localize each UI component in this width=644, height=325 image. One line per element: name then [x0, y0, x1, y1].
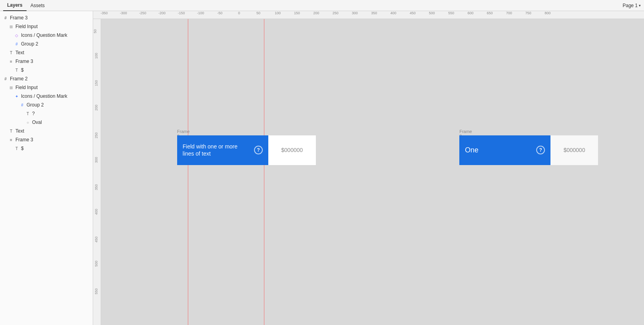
- frame-icon: #: [2, 76, 9, 82]
- question-mark-icon-2[interactable]: ?: [536, 146, 545, 154]
- layer-label: Frame 2: [10, 76, 90, 82]
- component-icon: ⊞: [8, 23, 14, 30]
- frame3-blue-field[interactable]: One ?: [459, 135, 550, 165]
- ruler-mark: 500: [429, 11, 435, 15]
- component-icon: ⊞: [8, 84, 14, 91]
- tab-layers[interactable]: Layers: [3, 0, 27, 11]
- tab-assets[interactable]: Assets: [27, 0, 49, 11]
- frame3-white-field[interactable]: $000000: [550, 135, 598, 165]
- ruler-mark: 800: [545, 11, 550, 15]
- ruler-mark: 50: [256, 11, 260, 15]
- layer-label: ?: [32, 111, 90, 116]
- layer-label: Field Input: [15, 85, 90, 90]
- layer-frame3-inner2[interactable]: ≡ Frame 3: [0, 135, 93, 144]
- ruler-mark: 400: [390, 11, 396, 15]
- text-icon: T: [13, 67, 20, 73]
- layer-group2-1[interactable]: # Group 2: [0, 40, 93, 48]
- layer-group2-2[interactable]: # Group 2: [0, 101, 93, 109]
- main-layout: # Frame 3 ⊞ Field Input ◇ Icons / Questi…: [0, 11, 644, 325]
- frame-icon: ≡: [8, 58, 14, 65]
- canvas[interactable]: Frame 2 Field with one or more lines of …: [101, 19, 644, 325]
- ruler-mark: 200: [313, 11, 319, 15]
- ruler-mark: 600: [468, 11, 474, 15]
- layer-label: Text: [15, 128, 90, 134]
- frame3-field-value: $000000: [564, 147, 585, 153]
- ruler-top: -350 -300 -250 -200 -150 -100 -50 0 50 1…: [93, 11, 644, 19]
- layer-frame2[interactable]: # Frame 2: [0, 74, 93, 83]
- ruler-mark: 300: [352, 11, 358, 15]
- layer-text-1[interactable]: T Text: [0, 48, 93, 57]
- instance-icon: ✦: [13, 93, 20, 99]
- ruler-mark: -150: [178, 11, 185, 15]
- layer-dollar-2[interactable]: T $: [0, 144, 93, 153]
- layer-oval[interactable]: ○ Oval: [0, 118, 93, 127]
- ruler-mark-v: 150: [94, 80, 98, 86]
- layer-label: Group 2: [21, 41, 90, 47]
- group-icon: #: [13, 41, 20, 47]
- layer-text-2[interactable]: T Text: [0, 127, 93, 135]
- layer-field-input-2[interactable]: ⊞ Field Input: [0, 83, 93, 92]
- page-selector[interactable]: Page 1 ▾: [623, 3, 641, 8]
- guideline-left: [188, 19, 188, 325]
- layer-dollar-1[interactable]: T $: [0, 66, 93, 74]
- layer-label: $: [21, 67, 90, 73]
- layer-label: Icons / Question Mark: [21, 93, 90, 99]
- page-chevron-icon: ▾: [639, 4, 641, 8]
- layer-label: Icons / Question Mark: [21, 32, 90, 38]
- layer-label: Text: [15, 50, 90, 55]
- ruler-mark: 750: [526, 11, 531, 15]
- text-icon: T: [25, 110, 31, 117]
- top-bar: Layers Assets Page 1 ▾: [0, 0, 644, 11]
- canvas-wrapper: -350 -300 -250 -200 -150 -100 -50 0 50 1…: [93, 11, 644, 325]
- ruler-mark: 550: [448, 11, 454, 15]
- layer-label: Frame 3: [15, 59, 90, 64]
- frame2-white-field[interactable]: $000000: [268, 135, 316, 165]
- layer-label: Oval: [32, 120, 90, 125]
- frame3-component: One ? $000000: [459, 135, 598, 165]
- layer-frame3-top[interactable]: # Frame 3: [0, 13, 93, 22]
- text-icon: T: [13, 145, 20, 152]
- frame2-field-value: $000000: [281, 147, 303, 153]
- ruler-mark-v: 250: [94, 132, 98, 138]
- layer-qmark-text[interactable]: T ?: [0, 109, 93, 118]
- frame2-blue-field[interactable]: Field with one or more lines of text ?: [177, 135, 268, 165]
- ruler-mark-v: 500: [94, 261, 98, 267]
- ruler-mark: 0: [238, 11, 240, 15]
- frame2-field-text: Field with one or more lines of text: [183, 143, 250, 157]
- ruler-mark-v: 350: [94, 184, 98, 190]
- ruler-mark: 150: [294, 11, 300, 15]
- tab-group: Layers Assets: [3, 0, 49, 11]
- text-icon: T: [8, 128, 14, 134]
- ruler-mark: 700: [506, 11, 512, 15]
- text-icon: T: [8, 49, 14, 56]
- question-mark-icon[interactable]: ?: [254, 146, 263, 154]
- ruler-mark-v: 300: [94, 157, 98, 163]
- ruler-mark-v: 50: [93, 29, 97, 33]
- layer-label: Frame 3: [15, 137, 90, 143]
- frame-icon: #: [2, 15, 9, 21]
- page-label: Page 1: [623, 3, 638, 8]
- ruler-mark: -200: [159, 11, 166, 15]
- layer-label: Group 2: [27, 102, 90, 108]
- ruler-mark-v: 550: [94, 288, 98, 294]
- layer-frame3-inner1[interactable]: ≡ Frame 3: [0, 57, 93, 66]
- oval-icon: ○: [25, 119, 31, 125]
- canvas-row: 50 100 150 200 250 300 350 400 450 500 5…: [93, 19, 644, 325]
- ruler-left: 50 100 150 200 250 300 350 400 450 500 5…: [93, 19, 101, 325]
- ruler-mark: 100: [275, 11, 281, 15]
- ruler-mark: -350: [101, 11, 108, 15]
- layer-field-input-1[interactable]: ⊞ Field Input: [0, 22, 93, 31]
- layer-label: $: [21, 146, 90, 151]
- frame-icon: ≡: [8, 137, 14, 143]
- layer-icons-qmark-2[interactable]: ✦ Icons / Question Mark: [0, 92, 93, 101]
- ruler-mark: 250: [333, 11, 338, 15]
- ruler-mark: -300: [120, 11, 127, 15]
- ruler-mark-v: 400: [94, 209, 98, 215]
- layers-sidebar: # Frame 3 ⊞ Field Input ◇ Icons / Questi…: [0, 11, 93, 325]
- ruler-mark: -50: [217, 11, 222, 15]
- ruler-mark: -250: [139, 11, 146, 15]
- layer-icons-qmark-1[interactable]: ◇ Icons / Question Mark: [0, 31, 93, 40]
- group-icon: #: [19, 102, 25, 108]
- frame3-field-text: One: [465, 146, 478, 154]
- ruler-mark-v: 200: [94, 105, 98, 111]
